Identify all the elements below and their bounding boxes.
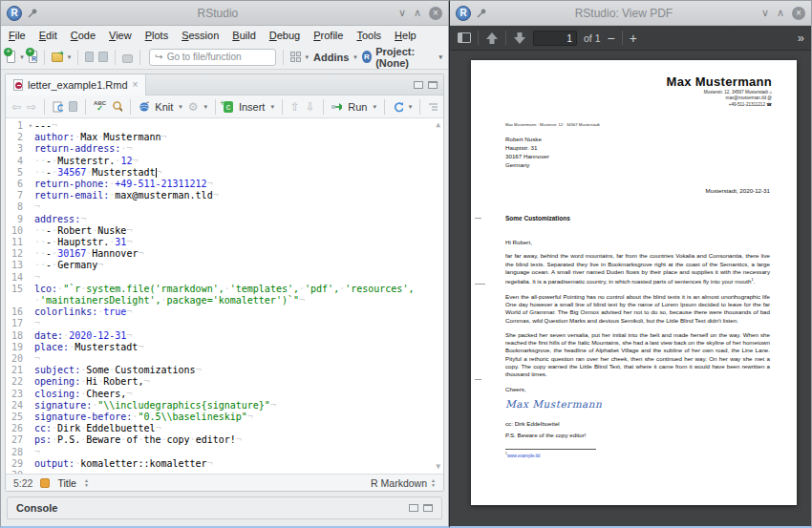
code-line[interactable]: 10··-·Robert·Nuske¬ [6, 225, 443, 237]
open-in-new-window-icon[interactable] [53, 100, 63, 113]
rerun-caret-icon[interactable]: ▾ [409, 103, 413, 111]
pin-icon[interactable] [477, 9, 486, 18]
code-line[interactable]: 5··-·34567·Musterstadt¬ [6, 167, 443, 179]
close-icon[interactable]: × [792, 7, 805, 20]
pane-minimize-icon[interactable] [414, 81, 423, 89]
open-file-caret-icon[interactable]: ▾ [68, 53, 72, 61]
code-line[interactable]: 29output:·komaletter::komaletter¬ [6, 458, 443, 470]
file-type-selector[interactable]: R Markdown [371, 477, 427, 489]
panes-caret-icon[interactable]: ▾ [306, 53, 310, 61]
code-line[interactable]: 22opening:·Hi·Robert,¬ [6, 376, 443, 388]
menu-session[interactable]: Session [182, 30, 219, 41]
code-line[interactable]: 26cc:·Dirk·Eddelbuettel¬ [6, 423, 443, 434]
next-page-icon[interactable] [513, 32, 526, 45]
forward-icon[interactable]: ⇨ [27, 100, 36, 114]
menu-tools[interactable]: Tools [356, 30, 381, 41]
code-line[interactable]: 14¬ [6, 272, 443, 284]
project-selector[interactable]: R Project: (None) ▾ [362, 46, 442, 69]
previous-page-icon[interactable] [485, 32, 499, 45]
save-icon[interactable] [69, 101, 77, 112]
addins-button[interactable]: Addins [313, 52, 349, 63]
page-number-input[interactable] [533, 31, 577, 46]
pdf-viewport[interactable]: Max Mustermann Musterstr. 12, 34567 Must… [450, 51, 811, 526]
menu-view[interactable]: View [109, 30, 132, 41]
code-line[interactable]: 17¬ [6, 318, 443, 329]
more-tools-icon[interactable]: » [798, 31, 803, 45]
code-line[interactable]: 24signature:·"\\includegraphics{signatur… [6, 400, 443, 412]
code-line[interactable]: 1▾---¬ [6, 120, 443, 132]
scroll-down-icon[interactable]: ▼ [436, 461, 440, 473]
open-file-icon[interactable]: ➜ [52, 53, 63, 62]
new-project-icon[interactable]: +R [29, 51, 37, 63]
code-line[interactable]: 12··-·30167·Hannover¬ [6, 248, 443, 260]
addins-caret-icon[interactable]: ▾ [353, 53, 357, 61]
panes-grid-icon[interactable] [290, 52, 301, 62]
section-selector[interactable]: Title [57, 477, 75, 489]
footnote-link[interactable]: www.example.tld [507, 454, 540, 458]
print-icon[interactable] [122, 54, 133, 63]
run-button[interactable]: Run [348, 101, 367, 113]
file-type-sort-icon[interactable]: ▲▼ [431, 478, 436, 487]
code-line[interactable]: 7return-email:·max@musterman.tld¬ [6, 190, 443, 201]
code-line[interactable]: 18date:·2020-12-31¬ [6, 330, 443, 342]
zoom-out-button[interactable]: − [608, 31, 615, 46]
goto-file-input[interactable] [167, 52, 270, 62]
code-line[interactable]: 20¬ [6, 353, 443, 365]
code-line[interactable]: 2author:·Max·Mustermann¬ [6, 132, 443, 143]
menu-file[interactable]: File [9, 30, 26, 41]
knit-caret-icon[interactable]: ▾ [179, 103, 182, 111]
code-line[interactable]: 9address:¬ [6, 214, 443, 225]
knit-button[interactable]: Knit [155, 101, 173, 113]
find-icon[interactable] [112, 100, 122, 113]
tab-letter-example1[interactable]: letter_example1.Rmd × [6, 74, 146, 95]
code-line[interactable]: 21subject:·Some·Customizations¬ [6, 365, 443, 376]
fold-arrow-icon[interactable]: ▾ [29, 120, 32, 132]
menu-profile[interactable]: Profile [313, 30, 343, 41]
close-icon[interactable]: × [429, 7, 442, 20]
code-line[interactable]: 30¬ [6, 470, 443, 474]
section-sort-icon[interactable]: ▲▼ [84, 478, 89, 487]
code-line[interactable]: 8¬ [6, 201, 443, 213]
editor[interactable]: 1▾---¬2author:·Max·Mustermann¬3return-ad… [6, 118, 443, 474]
code-line[interactable]: 3return-address:·¬ [6, 143, 443, 155]
insert-caret-icon[interactable]: ▾ [270, 103, 274, 111]
pane-maximize-icon[interactable] [428, 81, 438, 89]
menu-edit[interactable]: Edit [39, 30, 57, 41]
scroll-up-icon[interactable]: ▲ [436, 119, 440, 131]
rerun-icon[interactable] [393, 101, 403, 113]
insert-chunk-icon[interactable]: c+ [224, 101, 233, 113]
code-line[interactable]: 6return-phone:·+49-511-21311212¬ [6, 179, 443, 190]
tab-close-icon[interactable]: × [133, 79, 139, 90]
minimize-icon[interactable]: ∨ [398, 7, 406, 19]
run-icon[interactable] [331, 102, 343, 112]
spellcheck-icon[interactable]: ABC✓ [94, 101, 106, 112]
code-line[interactable]: 13··-·Germany¬ [6, 260, 443, 271]
go-prev-chunk-icon[interactable]: ⇧ [290, 100, 300, 114]
console-header[interactable]: Console [7, 496, 442, 519]
go-next-chunk-icon[interactable]: ⇩ [306, 100, 315, 114]
save-all-icon[interactable] [98, 52, 107, 62]
pdf-titlebar[interactable]: R RStudio: View PDF ∨ ∧ × [450, 1, 811, 26]
code-line[interactable]: 16colorlinks:·true¬ [6, 306, 443, 318]
document-outline-icon[interactable] [428, 102, 438, 112]
maximize-icon[interactable]: ∧ [414, 7, 421, 19]
console-minimize-icon[interactable] [409, 504, 418, 512]
sidebar-toggle-icon[interactable] [458, 32, 471, 43]
save-icon[interactable] [85, 52, 94, 62]
code-line[interactable]: 23closing:·Cheers,¬ [6, 389, 443, 400]
console-maximize-icon[interactable] [423, 504, 433, 512]
code-line[interactable]: 15lco:·"`r·system.file('rmarkdown',·'tem… [6, 284, 443, 306]
code-line[interactable]: 4··-·Musterstr.·12¬ [6, 156, 443, 167]
maximize-icon[interactable]: ∧ [777, 7, 784, 19]
pin-icon[interactable] [28, 9, 37, 18]
code-line[interactable]: 28¬ [6, 447, 443, 458]
new-file-icon[interactable]: + [7, 51, 15, 63]
run-caret-icon[interactable]: ▾ [374, 103, 377, 111]
knit-yarn-icon[interactable] [139, 100, 150, 113]
minimize-icon[interactable]: ∨ [761, 7, 769, 19]
menu-help[interactable]: Help [395, 30, 417, 41]
code-line[interactable]: 27ps:·P.S.·Beware·of·the·copy·editor!¬ [6, 434, 443, 446]
menu-plots[interactable]: Plots [145, 30, 168, 41]
zoom-in-button[interactable]: + [630, 31, 637, 46]
gear-caret-icon[interactable]: ▾ [204, 103, 208, 111]
